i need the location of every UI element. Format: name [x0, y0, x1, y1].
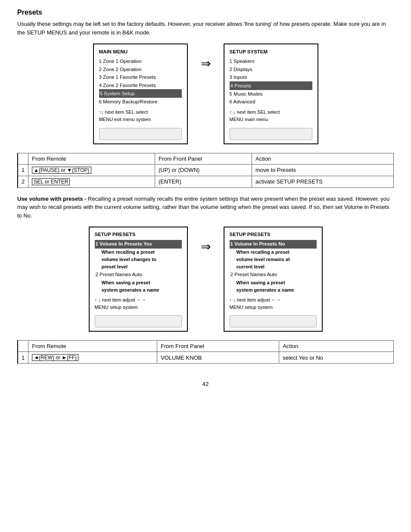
table1-row2-remote: SEL or ENTER	[28, 176, 155, 187]
setup-system-item-5: 5 Music Modes	[230, 90, 312, 98]
table2-header-action: Action	[279, 341, 394, 352]
main-menu-item-2: 2 Zone 2 Operation	[99, 65, 182, 73]
setup-presets-right-title: SETUP PRESETS	[230, 231, 317, 239]
table2-row1-action: select Yes or No	[279, 352, 394, 364]
setup-presets-right-footer1: ↑ ↓ next item adjust ←→	[230, 297, 281, 302]
setup-presets-left-display	[95, 315, 182, 327]
setup-system-footer-line2: MENU main menu	[230, 117, 268, 122]
diagram-row-2: SETUP PRESETS 1 Volume In Presets Yes Wh…	[17, 227, 394, 332]
page-title: Presets	[17, 9, 394, 16]
table1-row2-action: activate SETUP PRESETS	[252, 176, 393, 187]
table1-row1-remote: ▲(PAUSE) or ▼(STOP)	[28, 164, 155, 176]
main-menu-item-1: 1 Zone 1 Operation	[99, 57, 182, 65]
table1-row1-num: 1	[18, 164, 28, 176]
table1-header-num	[18, 153, 28, 164]
setup-presets-left-item1: 1 Volume In Presets Yes	[95, 240, 182, 249]
table2-row1-remote: ◄(REW) or ►(FF)	[28, 352, 157, 364]
setup-presets-left-sub1-3: preset level	[95, 263, 182, 271]
arrow-icon-1: ⇒	[201, 56, 211, 71]
table2-header-remote: From Remote	[28, 341, 157, 352]
main-menu-footer-line2: MENU exit menu system	[99, 117, 151, 122]
page-number: 42	[17, 381, 394, 387]
table1-row2-num: 2	[18, 176, 28, 187]
arrow-icon-2: ⇒	[201, 240, 211, 254]
table-row: 2 SEL or ENTER (ENTER) activate SETUP PR…	[18, 176, 394, 187]
setup-system-item-3: 3 Inputs	[230, 73, 312, 81]
setup-presets-right-sub1-2: volume level remains at	[230, 256, 317, 263]
table-row: 1 ◄(REW) or ►(FF) VOLUME KNOB select Yes…	[18, 352, 394, 364]
setup-presets-right-sub2-2: system generates a name	[230, 286, 317, 294]
setup-presets-right-sub2-1: When saving a preset	[230, 279, 317, 286]
table2-header-num	[18, 341, 28, 352]
setup-presets-right-display	[230, 315, 317, 327]
setup-presets-left-item2: 2 Preset Names Auto	[95, 271, 182, 279]
main-menu-item-4: 4 Zone 2 Favorite Presets	[99, 81, 182, 89]
table1-header-panel: From Front Panel	[155, 153, 252, 164]
setup-system-item-6: 6 Advanced	[230, 98, 312, 106]
intro-text: Usually these settings may be left set t…	[17, 20, 394, 37]
table1-row2-panel: (ENTER)	[155, 176, 252, 187]
table1-header-action: Action	[252, 153, 393, 164]
setup-presets-left-footer2: MENU setup system	[95, 305, 138, 310]
setup-system-item-1: 1 Speakers	[230, 57, 312, 65]
setup-system-item-4: 4 Presets	[230, 81, 312, 90]
setup-system-display	[230, 128, 312, 140]
use-note-bold: Use volume with presets -	[17, 196, 86, 202]
setup-system-item-2: 2 Displays	[230, 65, 312, 73]
table2-row1-num: 1	[18, 352, 28, 364]
main-menu-footer-line1: ↑↓ next item SEL select	[99, 109, 148, 115]
main-menu-item-6: 6 Memory Backup/Restore	[99, 98, 182, 106]
key-sel-enter: SEL or ENTER	[32, 178, 70, 185]
setup-presets-right-sub1-1: When recalling a preset	[230, 249, 317, 256]
table1-header-remote: From Remote	[28, 153, 155, 164]
main-menu-display	[99, 128, 182, 140]
setup-system-footer: ↑ ↓ next item SEL select MENU main menu	[230, 109, 312, 124]
setup-presets-left-sub1-1: When recalling a preset	[95, 249, 182, 256]
setup-presets-right-box: SETUP PRESETS 1 Volume In Presets No Whe…	[224, 227, 323, 332]
main-menu-footer: ↑↓ next item SEL select MENU exit menu s…	[99, 109, 182, 124]
setup-presets-left-sub2-1: When saving a preset	[95, 279, 182, 286]
setup-presets-left-sub2-2: system generates a name	[95, 286, 182, 294]
table2-header-panel: From Front Panel	[157, 341, 279, 352]
setup-presets-right-footer2: MENU setup system	[230, 305, 273, 310]
setup-presets-left-sub1-2: volume level changes to	[95, 256, 182, 263]
key-rew-ff: ◄(REW) or ►(FF)	[32, 354, 78, 361]
main-menu-item-3: 3 Zone 1 Favorite Presets	[99, 73, 182, 81]
table-2: From Remote From Front Panel Action 1 ◄(…	[17, 340, 394, 364]
table-row: 1 ▲(PAUSE) or ▼(STOP) (UP) or (DOWN) mov…	[18, 164, 394, 176]
setup-presets-left-footer1: ↑ ↓ next item adjust ←→	[95, 297, 146, 302]
table-1: From Remote From Front Panel Action 1 ▲(…	[17, 153, 394, 188]
table1-row1-action: move to Presets	[252, 164, 393, 176]
table1-row1-panel: (UP) or (DOWN)	[155, 164, 252, 176]
diagram-row-1: MAIN MENU 1 Zone 1 Operation 2 Zone 2 Op…	[17, 44, 394, 144]
setup-system-title: SETUP SYSTEM	[230, 48, 312, 56]
setup-presets-left-title: SETUP PRESETS	[95, 231, 182, 239]
main-menu-item-5: 5 System Setup	[99, 89, 182, 98]
main-menu-box: MAIN MENU 1 Zone 1 Operation 2 Zone 2 Op…	[93, 44, 188, 144]
main-menu-title: MAIN MENU	[99, 48, 182, 56]
setup-system-footer-line1: ↑ ↓ next item SEL select	[230, 109, 280, 115]
setup-presets-right-footer: ↑ ↓ next item adjust ←→ MENU setup syste…	[230, 296, 317, 311]
setup-presets-left-footer: ↑ ↓ next item adjust ←→ MENU setup syste…	[95, 296, 182, 311]
use-note: Use volume with presets - Recalling a pr…	[17, 195, 394, 220]
setup-system-box: SETUP SYSTEM 1 Speakers 2 Displays 3 Inp…	[224, 44, 318, 144]
setup-presets-right-item1: 1 Volume In Presets No	[230, 240, 317, 249]
setup-presets-left-box: SETUP PRESETS 1 Volume In Presets Yes Wh…	[89, 227, 188, 332]
setup-presets-right-sub1-3: current level	[230, 263, 317, 271]
setup-presets-right-item2: 2 Preset Names Auto	[230, 271, 317, 279]
key-pause-stop: ▲(PAUSE) or ▼(STOP)	[32, 167, 91, 174]
table2-row1-panel: VOLUME KNOB	[157, 352, 279, 364]
